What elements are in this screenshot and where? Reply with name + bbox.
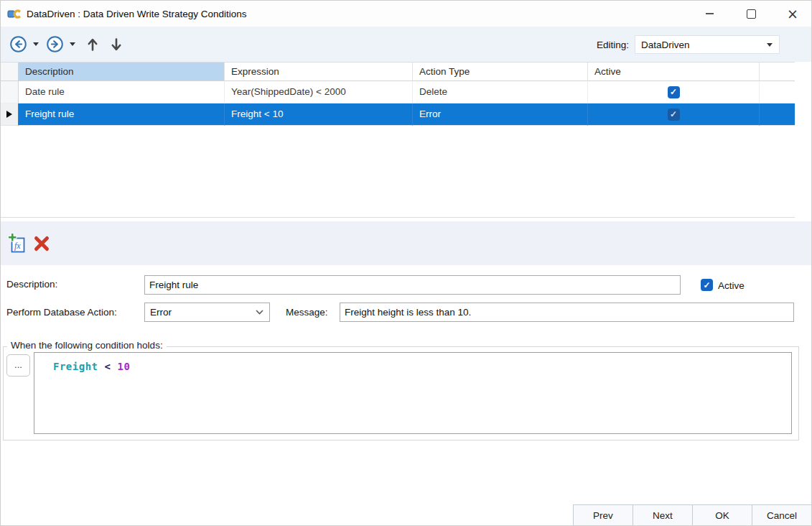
forward-icon	[46, 35, 64, 53]
description-label: Description:	[6, 279, 57, 290]
prev-button[interactable]: Prev	[573, 504, 633, 526]
move-down-icon	[111, 37, 122, 52]
cell-filler	[760, 103, 795, 126]
condition-editor-button[interactable]: ...	[6, 354, 30, 377]
cell-active[interactable]	[588, 81, 760, 103]
current-row-indicator-icon	[6, 111, 12, 118]
maximize-icon	[747, 9, 756, 19]
add-condition-icon: fx	[8, 233, 27, 254]
window-controls: ×	[684, 1, 809, 27]
description-input[interactable]	[144, 275, 681, 295]
condition-group-label: When the following condition holds:	[7, 340, 167, 351]
ok-button[interactable]: OK	[692, 504, 752, 526]
delete-condition-button[interactable]	[33, 235, 50, 252]
editing-selector: Editing: DataDriven	[597, 35, 780, 54]
chevron-down-icon	[767, 43, 773, 47]
svg-text:fx: fx	[14, 241, 21, 251]
title-bar: DataDriven : Data Driven Write Strategy …	[1, 1, 811, 27]
cell-filler	[760, 81, 795, 103]
editing-combobox[interactable]: DataDriven	[635, 35, 780, 54]
column-header-expression[interactable]: Expression	[225, 63, 413, 81]
cell-description[interactable]: Date rule	[19, 81, 225, 103]
active-checkbox-checked-icon[interactable]	[668, 109, 680, 121]
active-checkbox[interactable]	[701, 279, 713, 291]
action-type-select[interactable]: Error	[144, 303, 270, 322]
column-header-active[interactable]: Active	[588, 63, 760, 81]
back-button[interactable]	[9, 35, 27, 53]
active-checkbox-checked-icon[interactable]	[668, 86, 680, 98]
dialog-window: DataDriven : Data Driven Write Strategy …	[0, 0, 812, 526]
expression-number-token: 10	[117, 361, 130, 372]
close-icon: ×	[787, 7, 798, 21]
forward-button[interactable]	[46, 35, 64, 53]
cell-action-type[interactable]: Delete	[413, 81, 588, 103]
cancel-button[interactable]: Cancel	[752, 504, 812, 526]
row-selector[interactable]	[1, 81, 19, 103]
cell-description[interactable]: Freight rule	[19, 103, 225, 126]
conditions-grid: Description Expression Action Type Activ…	[1, 62, 795, 218]
cell-active[interactable]	[588, 103, 760, 126]
expression-field-token: Freight	[53, 361, 98, 372]
cell-expression[interactable]: Freight < 10	[225, 103, 413, 126]
back-dropdown-caret-icon[interactable]	[33, 42, 39, 46]
column-header-action-type[interactable]: Action Type	[413, 63, 588, 81]
condition-actions-toolbar: fx	[1, 221, 811, 265]
close-button[interactable]: ×	[776, 1, 809, 27]
back-icon	[9, 35, 27, 53]
add-condition-button[interactable]: fx	[8, 233, 27, 254]
move-down-button[interactable]	[111, 37, 122, 52]
action-type-select-value: Error	[145, 307, 256, 318]
maximize-button[interactable]	[734, 1, 767, 27]
grid-empty-area[interactable]	[1, 126, 795, 217]
next-button[interactable]: Next	[633, 504, 693, 526]
expression-operator-token: <	[105, 361, 111, 372]
minimize-icon	[706, 13, 714, 14]
perform-database-action-label: Perform Database Action:	[6, 307, 117, 318]
window-title: DataDriven : Data Driven Write Strategy …	[27, 9, 247, 19]
cell-action-type[interactable]: Error	[413, 103, 588, 126]
message-input[interactable]	[340, 303, 794, 322]
delete-condition-icon	[33, 235, 50, 252]
message-label: Message:	[286, 307, 328, 318]
condition-expression-editor[interactable]: Freight < 10	[34, 352, 792, 434]
app-icon	[7, 8, 22, 19]
chevron-down-icon	[256, 310, 263, 315]
move-up-button[interactable]	[87, 37, 98, 52]
editing-combobox-value: DataDriven	[635, 40, 767, 50]
cell-expression[interactable]: Year(ShippedDate) < 2000	[225, 81, 413, 103]
grid-corner-stub[interactable]	[1, 63, 19, 81]
editing-label: Editing:	[597, 40, 629, 50]
move-up-icon	[87, 37, 98, 52]
column-header-filler	[760, 63, 795, 81]
forward-dropdown-caret-icon[interactable]	[70, 42, 75, 46]
dialog-footer: Prev Next OK Cancel	[574, 504, 812, 526]
active-checkbox-label: Active	[718, 280, 745, 291]
current-row-selector[interactable]	[1, 103, 19, 126]
column-header-description[interactable]: Description	[19, 63, 225, 81]
navigation-toolbar: Editing: DataDriven	[1, 27, 811, 62]
minimize-button[interactable]	[693, 1, 726, 27]
condition-expression: Freight < 10	[53, 361, 130, 372]
